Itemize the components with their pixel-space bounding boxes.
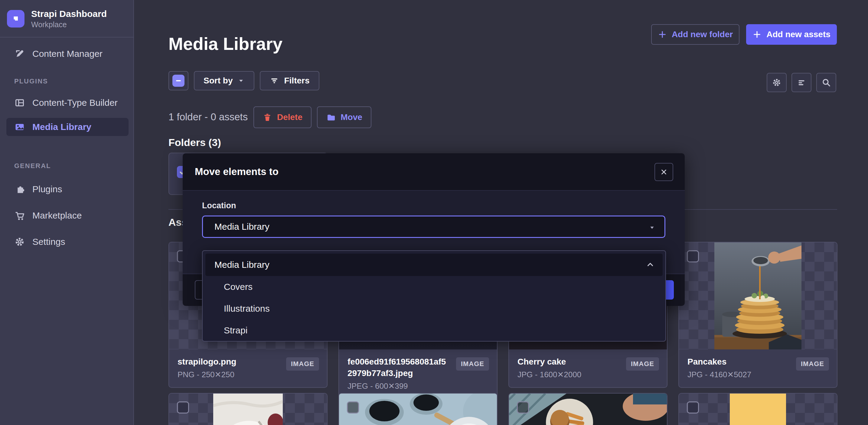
sidebar-section-plugins: PLUGINS (14, 77, 48, 85)
sidebar-item-label: Content Manager (32, 49, 102, 59)
chevron-down-icon (648, 224, 656, 232)
sidebar-item-content-manager[interactable]: Content Manager (6, 45, 128, 63)
gear-icon (772, 77, 782, 88)
location-select-value: Media Library (214, 222, 270, 232)
sidebar-item-label: Media Library (32, 122, 91, 132)
asset-checkbox[interactable] (347, 401, 359, 414)
funnel-icon (270, 76, 279, 86)
sidebar-item-label: Plugins (32, 184, 62, 194)
asset-meta: JPEG - 600✕399 (347, 382, 450, 391)
asset-name: strapilogo.png (178, 356, 236, 367)
asset-card[interactable] (678, 393, 837, 425)
asset-meta: PNG - 250✕250 (178, 370, 236, 379)
app-name: Strapi Dashboard (31, 8, 107, 19)
sort-by-button[interactable]: Sort by (194, 71, 254, 90)
sidebar-item-settings[interactable]: Settings (6, 233, 128, 251)
option-label: Media Library (214, 260, 270, 270)
add-new-assets-button[interactable]: Add new assets (746, 24, 837, 45)
asset-checkbox[interactable] (687, 250, 699, 262)
workspace-switcher[interactable]: Strapi Dashboard Workplace (7, 8, 107, 29)
header-actions: Add new folder Add new assets (651, 24, 837, 45)
coffee-table-thumbnail (339, 394, 497, 425)
asset-type-badge: IMAGE (286, 357, 319, 370)
location-select[interactable]: Media Library (202, 216, 665, 238)
asset-card[interactable] (508, 393, 668, 425)
modal-title: Move elements to (195, 166, 279, 177)
close-icon (659, 167, 669, 176)
asset-meta: JPG - 4160✕5027 (687, 370, 751, 379)
folder-icon (326, 112, 336, 122)
asset-name: fe006ed91f619568081af52979b77af3.jpeg (347, 356, 450, 379)
asset-type-badge: IMAGE (456, 357, 489, 370)
asset-thumbnail (169, 394, 327, 425)
dropdown-option-media-library[interactable]: Media Library (205, 254, 663, 276)
puzzle-piece-icon (14, 184, 25, 195)
ice-cream-thumbnail (730, 394, 786, 425)
sidebar-item-marketplace[interactable]: Marketplace (6, 206, 128, 225)
sidebar-item-content-type-builder[interactable]: Content-Type Builder (6, 94, 128, 112)
asset-checkbox[interactable] (177, 401, 189, 414)
move-button[interactable]: Move (317, 106, 371, 128)
sort-by-label: Sort by (204, 76, 232, 86)
asset-checkbox[interactable] (517, 401, 529, 414)
plus-icon (752, 30, 762, 39)
strapi-logo-icon (7, 10, 25, 28)
asset-thumbnail (339, 394, 497, 425)
sidebar-section-general: GENERAL (14, 162, 51, 170)
feather-pen-icon (14, 48, 25, 59)
close-button[interactable] (654, 163, 673, 181)
burgers-table-thumbnail (509, 394, 667, 425)
asset-card[interactable] (168, 393, 328, 425)
selection-summary: 1 folder - 0 assets (168, 111, 248, 123)
filters-button[interactable]: Filters (260, 71, 319, 90)
toolbar: Sort by Filters (168, 71, 319, 90)
pancakes-thumbnail (714, 242, 802, 350)
delete-button[interactable]: Delete (253, 106, 311, 128)
location-label: Location (202, 201, 236, 210)
asset-text: fe006ed91f619568081af52979b77af3.jpeg JP… (347, 356, 450, 391)
page-title: Media Library (168, 34, 282, 54)
option-label: Covers (224, 282, 252, 292)
asset-name: Pancakes (687, 356, 751, 367)
asset-text: strapilogo.png PNG - 250✕250 (178, 356, 236, 379)
magnifier-icon (821, 77, 831, 88)
asset-meta: JPG - 1600✕2000 (518, 370, 581, 379)
option-label: Illustrations (224, 303, 270, 314)
strapi-media-library-screen: Strapi Dashboard Workplace Content Manag… (0, 0, 868, 425)
asset-checkbox[interactable] (687, 401, 699, 414)
cog-button[interactable] (767, 73, 787, 92)
chevron-down-icon (238, 77, 245, 84)
add-new-assets-label: Add new assets (766, 30, 831, 39)
sidebar-item-plugins[interactable]: Plugins (6, 180, 128, 198)
dropdown-option-covers[interactable]: Covers (203, 276, 665, 298)
location-dropdown: Media Library Covers Illustrations Strap… (202, 250, 666, 341)
asset-thumbnail (679, 242, 837, 350)
sidebar-item-label: Settings (32, 237, 65, 247)
sidebar-divider (0, 37, 133, 37)
asset-thumbnail (679, 394, 837, 425)
asset-text: Pancakes JPG - 4160✕5027 (687, 356, 751, 379)
pasta-plate-thumbnail (213, 394, 283, 425)
asset-card[interactable] (338, 393, 497, 425)
dropdown-option-strapi[interactable]: Strapi (203, 320, 665, 341)
asset-card-pancakes[interactable]: Pancakes JPG - 4160✕5027 IMAGE (678, 242, 837, 388)
add-new-folder-button[interactable]: Add new folder (651, 24, 740, 45)
dropdown-option-illustrations[interactable]: Illustrations (203, 298, 665, 320)
checkbox-indeterminate-icon (173, 75, 185, 87)
sidebar-item-label: Content-Type Builder (32, 98, 118, 108)
gear-icon (14, 236, 25, 247)
shopping-cart-icon (14, 210, 25, 221)
move-elements-modal: Move elements to Location Media Library (183, 153, 685, 306)
sidebar-item-media-library[interactable]: Media Library (6, 118, 128, 136)
modal-header: Move elements to (183, 153, 685, 191)
asset-text: Cherry cake JPG - 1600✕2000 (518, 356, 581, 379)
list-lines-icon (796, 77, 807, 88)
asset-type-badge: IMAGE (796, 357, 829, 370)
list-view-button[interactable] (792, 73, 811, 92)
asset-thumbnail (509, 394, 667, 425)
select-all-toggle[interactable] (168, 71, 188, 90)
asset-type-badge: IMAGE (626, 357, 659, 370)
plus-icon (658, 30, 667, 39)
search-button[interactable] (816, 73, 836, 92)
chevron-up-icon (646, 260, 655, 269)
